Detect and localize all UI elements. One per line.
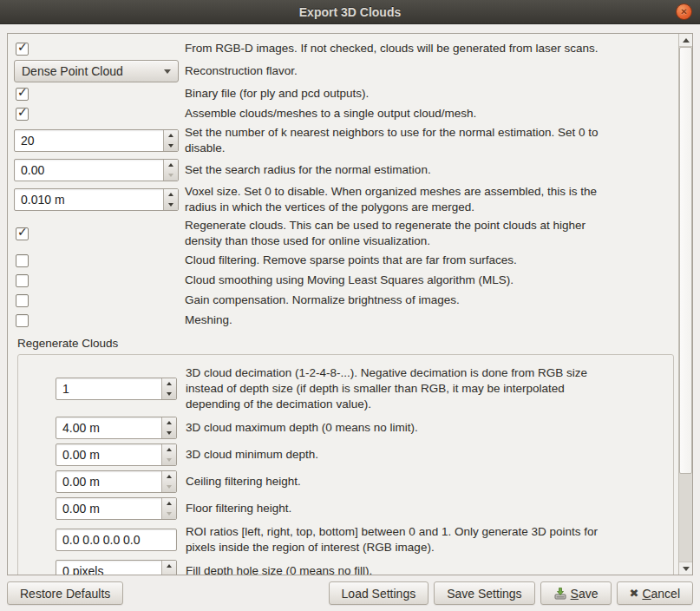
widget-cell: 0.0 0.0 0.0 0.0 (18, 529, 177, 551)
form-row: ✓From RGB-D images. If not checked, clou… (14, 40, 678, 57)
spin-up-icon[interactable] (162, 471, 176, 482)
spinbox[interactable]: 0 pixels (56, 560, 177, 575)
widget-cell: ✓ (14, 108, 179, 121)
spin-buttons (163, 160, 178, 181)
checkbox[interactable] (16, 294, 29, 307)
form-row: ✓Binary file (for ply and pcd outputs). (14, 85, 678, 102)
spin-down-icon[interactable] (162, 389, 176, 399)
save-settings-label: Save Settings (447, 587, 521, 601)
chevron-down-icon (164, 69, 171, 74)
spinbox-value: 0.00 (15, 163, 163, 177)
spin-buttons (163, 189, 178, 210)
spin-buttons (163, 130, 178, 151)
row-label: Floor filtering height. (186, 501, 291, 516)
row-label: 3D cloud minimum depth. (186, 447, 318, 463)
row-label: Reconstruction flavor. (185, 63, 298, 79)
settings-scroll-area: ✓From RGB-D images. If not checked, clou… (7, 33, 693, 575)
spinbox-value: 1 (56, 382, 161, 396)
checkbox[interactable]: ✓ (16, 88, 29, 101)
spin-up-icon[interactable] (162, 561, 176, 571)
spin-down-icon[interactable] (164, 170, 178, 181)
titlebar: Export 3D Clouds ✕ (0, 0, 700, 24)
row-label: Fill depth hole size (0 means no fill). (186, 563, 372, 575)
spin-down-icon[interactable] (164, 200, 178, 210)
spin-down-icon[interactable] (164, 141, 178, 151)
widget-cell (14, 254, 179, 267)
spin-down-icon[interactable] (162, 571, 176, 575)
widget-cell: 0.00 m (18, 497, 177, 520)
spinbox[interactable]: 20 (14, 129, 179, 152)
spin-up-icon[interactable] (162, 378, 176, 389)
form-row: Dense Point CloudReconstruction flavor. (14, 60, 678, 82)
checkbox[interactable]: ✓ (16, 43, 29, 56)
text-input[interactable]: 0.0 0.0 0.0 0.0 (56, 529, 177, 551)
save-icon (553, 587, 567, 601)
widget-cell (14, 274, 179, 287)
spinbox[interactable]: 0.00 m (56, 497, 177, 520)
spinbox-value: 4.00 m (56, 421, 161, 435)
row-label: Set the search radius for the normal est… (185, 162, 431, 178)
regenerate-clouds-group: 13D cloud decimation (1-2-4-8-...). Nega… (17, 354, 674, 575)
form-row: ✓Assemble clouds/meshes to a single outp… (14, 105, 678, 122)
row-label: Regenerate clouds. This can be used to r… (185, 218, 586, 249)
spin-down-icon[interactable] (162, 509, 176, 519)
load-settings-button[interactable]: Load Settings (329, 581, 429, 605)
row-label: Cloud filtering. Remove sparse points th… (185, 253, 517, 268)
save-button[interactable]: Save (540, 581, 612, 605)
combo-value: Dense Point Cloud (22, 64, 160, 78)
checkmark-icon: ✓ (17, 86, 28, 99)
form-row: 13D cloud decimation (1-2-4-8-...). Nega… (18, 365, 673, 412)
form-content: ✓From RGB-D images. If not checked, clou… (8, 34, 678, 575)
spinbox[interactable]: 1 (56, 378, 177, 400)
spin-up-icon[interactable] (164, 189, 178, 200)
spinbox[interactable]: 0.010 m (14, 188, 179, 211)
checkbox[interactable] (16, 274, 29, 287)
spin-down-icon[interactable] (162, 482, 176, 492)
spinbox[interactable]: 4.00 m (56, 417, 177, 439)
row-label: Cloud smoothing using Moving Least Squar… (185, 273, 514, 288)
spin-up-icon[interactable] (162, 498, 176, 509)
row-label: Set the number of k nearest neighbors to… (185, 125, 599, 156)
scrollbar-track[interactable] (679, 47, 692, 562)
row-label: Gain compensation. Normalize brightness … (185, 292, 460, 308)
spin-up-icon[interactable] (164, 130, 178, 141)
save-settings-button[interactable]: Save Settings (434, 581, 534, 605)
row-label: Binary file (for ply and pcd outputs). (185, 86, 369, 102)
close-icon: ✕ (680, 8, 687, 16)
widget-cell: ✓ (14, 227, 179, 240)
close-button[interactable]: ✕ (676, 3, 692, 20)
spinbox[interactable]: 0.00 (14, 159, 179, 181)
cancel-icon: ✖ (630, 588, 639, 599)
row-label: Assemble clouds/meshes to a single outpu… (185, 106, 476, 122)
spin-up-icon[interactable] (162, 417, 176, 428)
spin-up-icon[interactable] (162, 444, 176, 455)
scroll-down-button[interactable] (679, 562, 692, 575)
spinbox[interactable]: 0.00 m (56, 443, 177, 466)
checkbox[interactable] (16, 254, 29, 267)
spinbox[interactable]: 0.00 m (56, 470, 177, 493)
widget-cell (14, 314, 179, 327)
row-label: From RGB-D images. If not checked, cloud… (185, 41, 598, 56)
widget-cell: 20 (14, 129, 179, 152)
form-row: ✓Regenerate clouds. This can be used to … (14, 218, 678, 249)
cancel-button[interactable]: ✖ Cancel (617, 581, 694, 605)
form-row: 0.00Set the search radius for the normal… (14, 159, 678, 181)
checkbox[interactable]: ✓ (16, 108, 29, 121)
widget-cell: 0 pixels (18, 560, 177, 575)
widget-cell: Dense Point Cloud (14, 60, 179, 82)
scroll-up-button[interactable] (679, 34, 692, 47)
form-row: Gain compensation. Normalize brightness … (14, 292, 678, 309)
spin-down-icon[interactable] (162, 455, 176, 465)
row-label: ROI ratios [left, right, top, bottom] be… (186, 524, 598, 555)
checkbox[interactable]: ✓ (16, 227, 29, 240)
spin-down-icon[interactable] (162, 428, 176, 438)
restore-defaults-button[interactable]: Restore Defaults (7, 581, 123, 605)
checkbox[interactable] (16, 314, 29, 327)
vertical-scrollbar[interactable] (678, 34, 692, 575)
reconstruction-flavor-combo[interactable]: Dense Point Cloud (14, 60, 179, 82)
form-row: 0.010 mVoxel size. Set 0 to disable. Whe… (14, 184, 678, 215)
spinbox-value: 0.00 m (56, 502, 161, 516)
spinbox-value: 0.00 m (56, 448, 161, 462)
scrollbar-thumb[interactable] (679, 47, 692, 474)
spin-up-icon[interactable] (164, 160, 178, 170)
